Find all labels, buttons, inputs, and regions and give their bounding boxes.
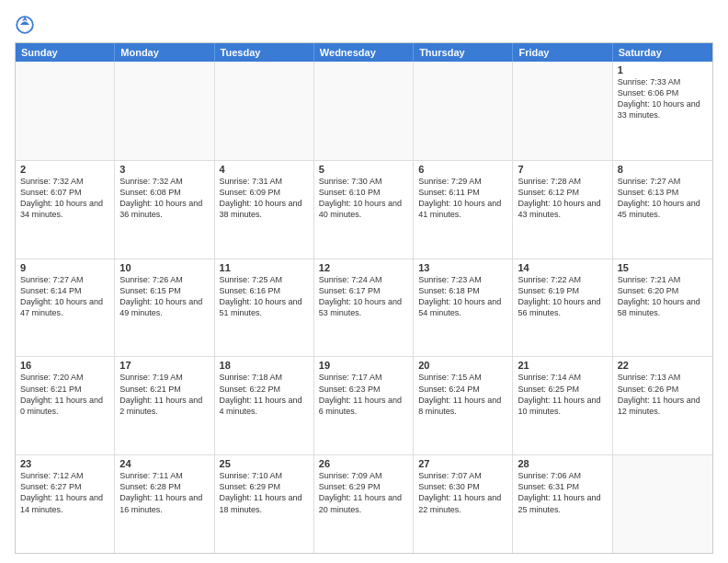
- day-info: Sunrise: 7:17 AM Sunset: 6:23 PM Dayligh…: [319, 372, 408, 417]
- day-number: 15: [618, 262, 708, 273]
- day-info: Sunrise: 7:11 AM Sunset: 6:28 PM Dayligh…: [119, 470, 209, 515]
- calendar-cell: 9Sunrise: 7:27 AM Sunset: 6:14 PM Daylig…: [16, 259, 115, 357]
- calendar-cell: 18Sunrise: 7:18 AM Sunset: 6:22 PM Dayli…: [215, 357, 314, 454]
- day-number: 21: [518, 360, 607, 371]
- day-number: 10: [119, 262, 209, 273]
- day-info: Sunrise: 7:18 AM Sunset: 6:22 PM Dayligh…: [220, 372, 309, 417]
- logo: [15, 15, 39, 35]
- day-info: Sunrise: 7:32 AM Sunset: 6:08 PM Dayligh…: [119, 176, 209, 221]
- day-info: Sunrise: 7:27 AM Sunset: 6:14 PM Dayligh…: [20, 274, 109, 319]
- weekday-header: Thursday: [414, 43, 513, 62]
- calendar-body: 1Sunrise: 7:33 AM Sunset: 6:06 PM Daylig…: [16, 62, 712, 553]
- day-info: Sunrise: 7:33 AM Sunset: 6:06 PM Dayligh…: [618, 76, 708, 121]
- day-info: Sunrise: 7:23 AM Sunset: 6:18 PM Dayligh…: [418, 274, 507, 319]
- day-number: 5: [319, 164, 408, 175]
- calendar-row: 1Sunrise: 7:33 AM Sunset: 6:06 PM Daylig…: [16, 62, 712, 160]
- day-number: 24: [119, 458, 209, 469]
- day-info: Sunrise: 7:27 AM Sunset: 6:13 PM Dayligh…: [618, 176, 708, 221]
- calendar-cell: [314, 62, 414, 160]
- day-number: 25: [220, 458, 309, 469]
- calendar-cell: 12Sunrise: 7:24 AM Sunset: 6:17 PM Dayli…: [314, 259, 414, 357]
- calendar-cell: 25Sunrise: 7:10 AM Sunset: 6:29 PM Dayli…: [215, 455, 314, 553]
- calendar-cell: 8Sunrise: 7:27 AM Sunset: 6:13 PM Daylig…: [613, 161, 712, 259]
- calendar-cell: 26Sunrise: 7:09 AM Sunset: 6:29 PM Dayli…: [314, 455, 414, 553]
- calendar-cell: 27Sunrise: 7:07 AM Sunset: 6:30 PM Dayli…: [414, 455, 513, 553]
- day-number: 26: [319, 458, 408, 469]
- weekday-header: Wednesday: [314, 43, 414, 62]
- day-info: Sunrise: 7:19 AM Sunset: 6:21 PM Dayligh…: [119, 372, 209, 417]
- calendar-cell: 7Sunrise: 7:28 AM Sunset: 6:12 PM Daylig…: [513, 161, 612, 259]
- day-info: Sunrise: 7:10 AM Sunset: 6:29 PM Dayligh…: [220, 470, 309, 515]
- day-info: Sunrise: 7:20 AM Sunset: 6:21 PM Dayligh…: [20, 372, 109, 417]
- day-number: 11: [220, 262, 309, 273]
- weekday-header: Saturday: [613, 43, 712, 62]
- day-number: 22: [618, 360, 708, 371]
- day-number: 28: [518, 458, 607, 469]
- calendar-cell: [513, 62, 612, 160]
- day-info: Sunrise: 7:13 AM Sunset: 6:26 PM Dayligh…: [618, 372, 708, 417]
- calendar-cell: [414, 62, 513, 160]
- day-number: 13: [418, 262, 507, 273]
- calendar: SundayMondayTuesdayWednesdayThursdayFrid…: [15, 42, 713, 554]
- day-info: Sunrise: 7:15 AM Sunset: 6:24 PM Dayligh…: [418, 372, 507, 417]
- header: [15, 15, 713, 35]
- day-info: Sunrise: 7:09 AM Sunset: 6:29 PM Dayligh…: [319, 470, 408, 515]
- calendar-cell: 2Sunrise: 7:32 AM Sunset: 6:07 PM Daylig…: [16, 161, 115, 259]
- day-number: 23: [20, 458, 109, 469]
- weekday-header: Monday: [115, 43, 214, 62]
- calendar-cell: 15Sunrise: 7:21 AM Sunset: 6:20 PM Dayli…: [613, 259, 712, 357]
- day-info: Sunrise: 7:22 AM Sunset: 6:19 PM Dayligh…: [518, 274, 607, 319]
- day-number: 14: [518, 262, 607, 273]
- calendar-cell: 6Sunrise: 7:29 AM Sunset: 6:11 PM Daylig…: [414, 161, 513, 259]
- day-number: 9: [20, 262, 109, 273]
- calendar-cell: 10Sunrise: 7:26 AM Sunset: 6:15 PM Dayli…: [115, 259, 214, 357]
- calendar-cell: 14Sunrise: 7:22 AM Sunset: 6:19 PM Dayli…: [513, 259, 612, 357]
- calendar-cell: [16, 62, 115, 160]
- day-number: 2: [20, 164, 109, 175]
- logo-icon: [15, 15, 35, 35]
- weekday-header: Friday: [513, 43, 612, 62]
- calendar-cell: 5Sunrise: 7:30 AM Sunset: 6:10 PM Daylig…: [314, 161, 414, 259]
- calendar-cell: 20Sunrise: 7:15 AM Sunset: 6:24 PM Dayli…: [414, 357, 513, 454]
- page: SundayMondayTuesdayWednesdayThursdayFrid…: [0, 0, 728, 563]
- weekday-header: Tuesday: [215, 43, 314, 62]
- calendar-cell: [215, 62, 314, 160]
- calendar-row: 23Sunrise: 7:12 AM Sunset: 6:27 PM Dayli…: [16, 454, 712, 553]
- calendar-header: SundayMondayTuesdayWednesdayThursdayFrid…: [16, 43, 712, 62]
- day-info: Sunrise: 7:07 AM Sunset: 6:30 PM Dayligh…: [418, 470, 507, 515]
- day-number: 19: [319, 360, 408, 371]
- calendar-cell: 24Sunrise: 7:11 AM Sunset: 6:28 PM Dayli…: [115, 455, 214, 553]
- calendar-cell: 3Sunrise: 7:32 AM Sunset: 6:08 PM Daylig…: [115, 161, 214, 259]
- calendar-cell: 19Sunrise: 7:17 AM Sunset: 6:23 PM Dayli…: [314, 357, 414, 454]
- day-info: Sunrise: 7:12 AM Sunset: 6:27 PM Dayligh…: [20, 470, 109, 515]
- calendar-cell: 23Sunrise: 7:12 AM Sunset: 6:27 PM Dayli…: [16, 455, 115, 553]
- day-number: 4: [220, 164, 309, 175]
- calendar-cell: [613, 455, 712, 553]
- calendar-row: 2Sunrise: 7:32 AM Sunset: 6:07 PM Daylig…: [16, 160, 712, 259]
- day-info: Sunrise: 7:29 AM Sunset: 6:11 PM Dayligh…: [418, 176, 507, 221]
- day-info: Sunrise: 7:28 AM Sunset: 6:12 PM Dayligh…: [518, 176, 607, 221]
- calendar-cell: 13Sunrise: 7:23 AM Sunset: 6:18 PM Dayli…: [414, 259, 513, 357]
- day-info: Sunrise: 7:31 AM Sunset: 6:09 PM Dayligh…: [220, 176, 309, 221]
- day-number: 12: [319, 262, 408, 273]
- day-number: 20: [418, 360, 507, 371]
- calendar-row: 9Sunrise: 7:27 AM Sunset: 6:14 PM Daylig…: [16, 259, 712, 357]
- day-number: 16: [20, 360, 109, 371]
- day-number: 18: [220, 360, 309, 371]
- day-number: 6: [418, 164, 507, 175]
- calendar-cell: 11Sunrise: 7:25 AM Sunset: 6:16 PM Dayli…: [215, 259, 314, 357]
- day-info: Sunrise: 7:32 AM Sunset: 6:07 PM Dayligh…: [20, 176, 109, 221]
- day-info: Sunrise: 7:21 AM Sunset: 6:20 PM Dayligh…: [618, 274, 708, 319]
- day-number: 1: [618, 64, 708, 75]
- calendar-cell: 17Sunrise: 7:19 AM Sunset: 6:21 PM Dayli…: [115, 357, 214, 454]
- day-number: 8: [618, 164, 708, 175]
- day-info: Sunrise: 7:24 AM Sunset: 6:17 PM Dayligh…: [319, 274, 408, 319]
- day-info: Sunrise: 7:25 AM Sunset: 6:16 PM Dayligh…: [220, 274, 309, 319]
- calendar-cell: 4Sunrise: 7:31 AM Sunset: 6:09 PM Daylig…: [215, 161, 314, 259]
- day-number: 27: [418, 458, 507, 469]
- day-number: 3: [119, 164, 209, 175]
- weekday-header: Sunday: [16, 43, 115, 62]
- day-info: Sunrise: 7:30 AM Sunset: 6:10 PM Dayligh…: [319, 176, 408, 221]
- calendar-cell: 22Sunrise: 7:13 AM Sunset: 6:26 PM Dayli…: [613, 357, 712, 454]
- day-info: Sunrise: 7:26 AM Sunset: 6:15 PM Dayligh…: [119, 274, 209, 319]
